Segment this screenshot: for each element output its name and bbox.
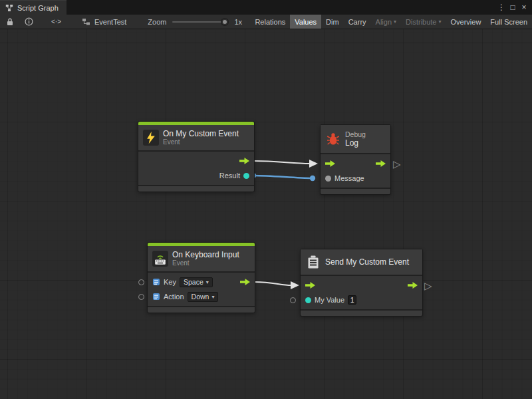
key-dropdown[interactable]: Space ▾ [180, 277, 213, 287]
graph-canvas[interactable]: On My Custom Event Event Result [0, 29, 532, 399]
info-icon[interactable] [22, 15, 35, 29]
lightning-icon [143, 130, 159, 146]
graph-name-group[interactable]: EventTest [81, 15, 126, 29]
port-row: Message [321, 171, 390, 186]
script-graph-window: Script Graph ⋮ □ × <·> [0, 0, 532, 399]
tab-script-graph[interactable]: Script Graph [0, 0, 66, 15]
chevron-down-icon: ▾ [394, 19, 396, 25]
node-surtitle: Debug [345, 130, 366, 138]
action-external-port[interactable] [138, 294, 144, 300]
align-button[interactable]: Align ▾ [371, 15, 401, 29]
distribute-label: Distribute [406, 18, 436, 26]
result-port-label: Result [219, 172, 240, 180]
message-input-port[interactable] [325, 176, 331, 182]
bug-icon [325, 131, 341, 147]
node-header[interactable]: Send My Custom Event [301, 249, 422, 275]
my-value-input-port[interactable] [305, 297, 311, 303]
node-title: Log [345, 138, 366, 148]
port-row: Key Space ▾ [148, 275, 255, 289]
node-on-my-custom-event[interactable]: On My Custom Event Event Result [138, 122, 254, 192]
play-outline-icon[interactable]: ▷ [393, 158, 401, 170]
graph-icon [5, 3, 14, 13]
node-footer [148, 307, 255, 313]
flow-output-port[interactable] [240, 279, 250, 285]
tab-title: Script Graph [17, 4, 59, 12]
node-subtitle: Event [163, 138, 239, 146]
my-value-port-label: My Value [315, 296, 344, 304]
close-icon[interactable]: × [519, 3, 529, 12]
custom-event-icon [305, 254, 321, 270]
distribute-button[interactable]: Distribute ▾ [401, 15, 446, 29]
zoom-slider[interactable] [172, 21, 228, 23]
my-value-input[interactable]: 1 [348, 295, 356, 305]
zoom-value: 1x [234, 18, 242, 26]
graph-name: EventTest [94, 18, 126, 26]
node-footer [321, 189, 390, 194]
fullscreen-button[interactable]: Full Screen [485, 15, 532, 29]
node-title: On My Custom Event [163, 129, 239, 138]
zoom-control: Zoom 1x [148, 18, 242, 26]
code-icon[interactable]: <·> [49, 15, 64, 29]
script-machine-icon [81, 15, 91, 29]
node-title: On Keyboard Input [172, 250, 239, 259]
chevron-down-icon: ▾ [211, 294, 214, 300]
maximize-icon[interactable]: □ [507, 3, 518, 12]
action-dropdown[interactable]: Down ▾ [188, 292, 219, 302]
result-output-port[interactable] [243, 173, 249, 179]
port-row: Action Down ▾ [148, 289, 255, 304]
play-outline-icon[interactable]: ▷ [424, 280, 432, 291]
flow-output-port[interactable] [239, 158, 249, 164]
node-footer [138, 186, 254, 192]
port-row: Result [138, 168, 254, 183]
chevron-down-icon: ▾ [439, 19, 442, 25]
node-header[interactable]: On My Custom Event Event [138, 125, 254, 150]
graph-toolbar: <·> EventTest Zoom 1x Relations Values D… [0, 15, 532, 29]
port-row [138, 154, 254, 168]
node-header[interactable]: On Keyboard Input Event [148, 246, 255, 271]
node-debug-log[interactable]: Debug Log Message [321, 125, 390, 194]
node-body: Key Space ▾ [148, 273, 255, 306]
node-subtitle: Event [172, 259, 239, 267]
toolbar-buttons: Relations Values Dim Carry Align ▾ Distr… [250, 15, 532, 29]
zoom-slider-handle[interactable] [221, 19, 228, 25]
message-port-label: Message [334, 174, 364, 182]
carry-button[interactable]: Carry [344, 15, 371, 29]
node-body: Result [138, 152, 254, 185]
node-send-my-custom-event[interactable]: Send My Custom Event My Value 1 [301, 249, 422, 316]
dim-button[interactable]: Dim [321, 15, 344, 29]
my-value-external-port[interactable] [290, 297, 296, 303]
flow-input-port[interactable] [305, 282, 315, 289]
node-on-keyboard-input[interactable]: On Keyboard Input Event Key [148, 243, 255, 313]
node-header[interactable]: Debug Log [321, 125, 390, 153]
port-row: My Value 1 [301, 293, 422, 307]
overview-button[interactable]: Overview [446, 15, 486, 29]
chevron-down-icon: ▾ [206, 279, 209, 285]
port-row [301, 278, 422, 293]
flow-output-port[interactable] [376, 160, 386, 167]
node-title: Send My Custom Event [325, 257, 409, 267]
flow-input-port[interactable] [325, 160, 335, 167]
node-body: Message [321, 154, 390, 188]
key-external-port[interactable] [138, 279, 144, 285]
node-body: My Value 1 [301, 276, 422, 309]
connection-wires [0, 29, 532, 399]
window-controls: ⋮ □ × [496, 0, 532, 15]
action-port-label: Action [164, 293, 184, 301]
action-type-icon [152, 293, 160, 301]
values-button[interactable]: Values [290, 15, 321, 29]
window-tab-bar: Script Graph ⋮ □ × [0, 0, 532, 15]
node-footer [301, 311, 422, 316]
lock-icon[interactable] [3, 15, 17, 29]
keycode-type-icon [152, 278, 160, 286]
key-port-label: Key [164, 278, 176, 286]
key-dropdown-value: Space [184, 278, 203, 286]
action-dropdown-value: Down [192, 293, 209, 301]
port-row [321, 156, 390, 171]
flow-output-port[interactable] [408, 282, 418, 289]
menu-icon[interactable]: ⋮ [496, 3, 507, 12]
keyboard-icon [152, 251, 168, 267]
zoom-label: Zoom [148, 18, 166, 26]
relations-button[interactable]: Relations [250, 15, 290, 29]
align-label: Align [376, 18, 392, 26]
